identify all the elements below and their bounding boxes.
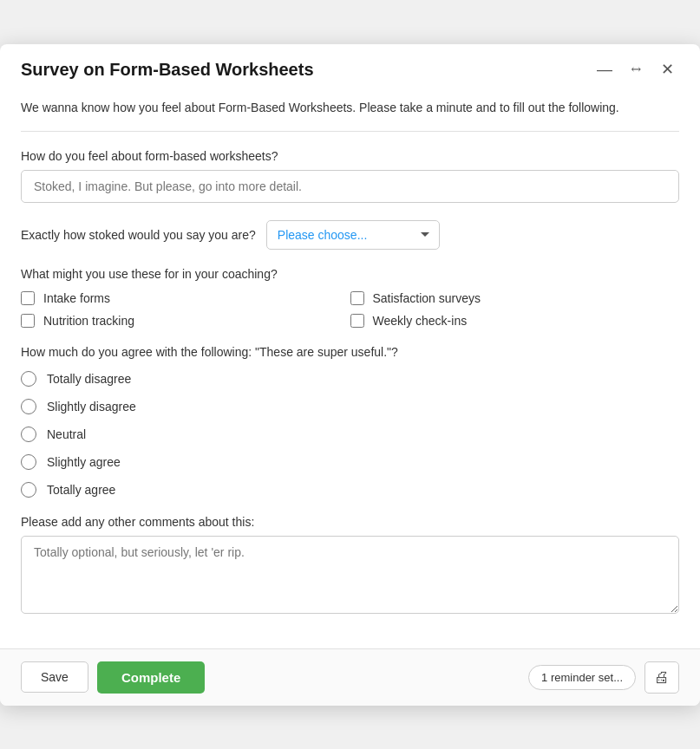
q3-label: What might you use these for in your coa… [21, 267, 679, 281]
checkbox-weekly-label: Weekly check-ins [373, 314, 468, 328]
q5-textarea[interactable] [21, 536, 679, 614]
checkbox-nutrition-input[interactable] [21, 314, 35, 328]
print-button[interactable]: 🖨 [644, 661, 679, 694]
q1-group: How do you feel about form-based workshe… [21, 149, 679, 203]
radio-totally-agree[interactable]: Totally agree [21, 482, 679, 498]
footer-left: Save Complete [21, 661, 205, 694]
modal-body: We wanna know how you feel about Form-Ba… [0, 92, 700, 648]
radio-slightly-agree-input[interactable] [21, 454, 36, 470]
reminder-label: 1 reminder set... [541, 671, 623, 684]
radio-neutral[interactable]: Neutral [21, 427, 679, 442]
q2-dropdown[interactable]: Please choose... Very stoked Somewhat st… [266, 220, 440, 250]
q2-label: Exactly how stoked would you say you are… [21, 228, 256, 242]
q2-group: Exactly how stoked would you say you are… [21, 220, 679, 250]
radio-totally-disagree[interactable]: Totally disagree [21, 371, 679, 387]
minimize-button[interactable]: — [592, 60, 618, 79]
q1-label: How do you feel about form-based workshe… [21, 149, 679, 163]
save-button[interactable]: Save [21, 661, 88, 693]
radio-slightly-disagree[interactable]: Slightly disagree [21, 399, 679, 414]
checkbox-intake-input[interactable] [21, 291, 35, 305]
checkbox-intake-forms[interactable]: Intake forms [21, 291, 350, 305]
checkbox-satisfaction-label: Satisfaction surveys [373, 291, 481, 305]
modal-header: Survey on Form-Based Worksheets — ⤢ ✕ [0, 44, 700, 92]
survey-description: We wanna know how you feel about Form-Ba… [21, 92, 679, 117]
header-controls: — ⤢ ✕ [592, 60, 679, 79]
checkbox-satisfaction-surveys[interactable]: Satisfaction surveys [350, 291, 680, 305]
checkbox-weekly-checkins[interactable]: Weekly check-ins [350, 314, 680, 328]
header-divider [21, 131, 679, 132]
radio-group: Totally disagree Slightly disagree Neutr… [21, 371, 679, 498]
radio-slightly-agree-label: Slightly agree [47, 455, 121, 469]
checkbox-nutrition-label: Nutrition tracking [43, 314, 134, 328]
complete-button[interactable]: Complete [97, 661, 205, 694]
close-button[interactable]: ✕ [656, 60, 679, 79]
radio-totally-disagree-input[interactable] [21, 371, 36, 387]
q5-label: Please add any other comments about this… [21, 515, 679, 529]
radio-totally-disagree-label: Totally disagree [47, 372, 131, 386]
radio-slightly-disagree-label: Slightly disagree [47, 400, 136, 414]
q3-group: What might you use these for in your coa… [21, 267, 679, 328]
q4-label: How much do you agree with the following… [21, 345, 679, 359]
q1-input[interactable] [21, 170, 679, 203]
radio-totally-agree-label: Totally agree [47, 483, 115, 497]
reminder-badge[interactable]: 1 reminder set... [528, 665, 636, 690]
checkbox-nutrition-tracking[interactable]: Nutrition tracking [21, 314, 350, 328]
q5-group: Please add any other comments about this… [21, 515, 679, 617]
checkbox-grid: Intake forms Satisfaction surveys Nutrit… [21, 291, 679, 328]
checkbox-intake-label: Intake forms [43, 291, 110, 305]
radio-slightly-agree[interactable]: Slightly agree [21, 454, 679, 470]
radio-slightly-disagree-input[interactable] [21, 399, 36, 414]
radio-neutral-label: Neutral [47, 427, 86, 441]
checkbox-weekly-input[interactable] [350, 314, 364, 328]
modal-title: Survey on Form-Based Worksheets [21, 60, 314, 80]
footer-right: 1 reminder set... 🖨 [528, 661, 679, 694]
q4-group: How much do you agree with the following… [21, 345, 679, 498]
checkbox-satisfaction-input[interactable] [350, 291, 364, 305]
modal-footer: Save Complete 1 reminder set... 🖨 [0, 648, 700, 706]
resize-button[interactable]: ⤢ [624, 56, 650, 82]
survey-modal: Survey on Form-Based Worksheets — ⤢ ✕ We… [0, 44, 700, 706]
radio-totally-agree-input[interactable] [21, 482, 36, 498]
print-icon: 🖨 [654, 668, 670, 687]
radio-neutral-input[interactable] [21, 427, 36, 442]
